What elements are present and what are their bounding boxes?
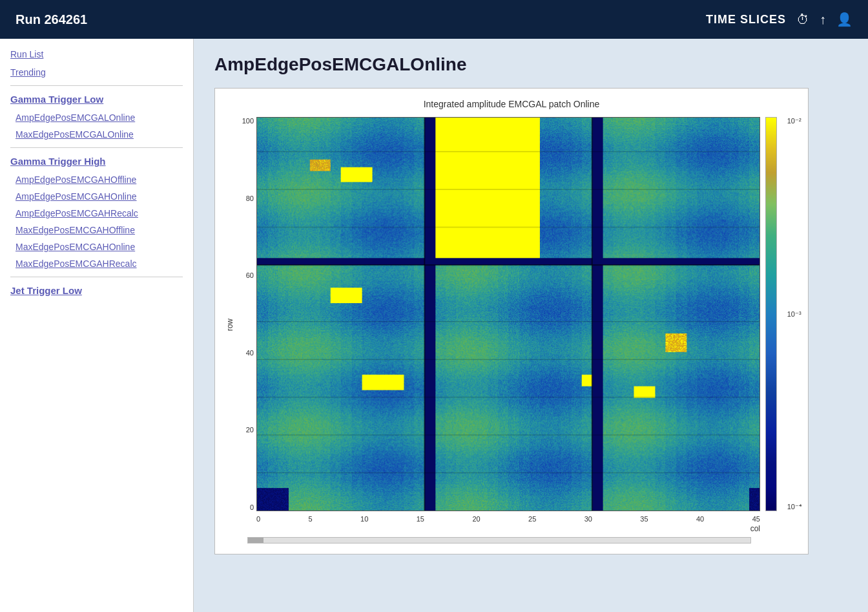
x-tick-45: 45 bbox=[752, 515, 760, 523]
user-icon[interactable]: 👤 bbox=[836, 12, 852, 27]
chart-container: Integrated amplitude EMCGAL patch Online… bbox=[214, 88, 809, 554]
x-tick-30: 30 bbox=[584, 515, 592, 523]
chart-scrollbar[interactable] bbox=[247, 537, 751, 543]
chart-area: row 100 80 60 40 20 0 bbox=[225, 117, 798, 533]
x-axis-label: col bbox=[256, 524, 760, 533]
sidebar-link-max-edge-emcgah-recalc[interactable]: MaxEdgePosEMCGAHRecalc bbox=[10, 259, 183, 269]
time-icon[interactable]: ⏱ bbox=[796, 12, 809, 27]
colorscale-tick-top: 10⁻² bbox=[787, 117, 801, 125]
time-slices-label: TIME SLICES bbox=[706, 13, 786, 26]
y-tick-80: 80 bbox=[237, 195, 254, 202]
colorscale-tick-bot: 10⁻⁴ bbox=[787, 503, 801, 511]
sidebar-link-run-list[interactable]: Run List bbox=[10, 49, 183, 59]
header: Run 264261 TIME SLICES ⏱ ↑ 👤 bbox=[0, 0, 868, 39]
colorscale-wrap: 10⁻² 10⁻³ 10⁻⁴ bbox=[765, 117, 777, 511]
y-axis-label: row bbox=[225, 319, 234, 331]
page-title: AmpEdgePosEMCGALOnline bbox=[214, 54, 847, 75]
x-tick-40: 40 bbox=[696, 515, 704, 523]
sidebar-link-amp-edge-emcgah-offline[interactable]: AmpEdgePosEMCGAHOffline bbox=[10, 174, 183, 185]
y-tick-0: 0 bbox=[237, 503, 254, 511]
run-title: Run 264261 bbox=[16, 12, 87, 27]
layout: Run List Trending Gamma Trigger Low AmpE… bbox=[0, 39, 868, 612]
sidebar: Run List Trending Gamma Trigger Low AmpE… bbox=[0, 39, 194, 612]
sidebar-link-amp-edge-emcgal-online[interactable]: AmpEdgePosEMCGALOnline bbox=[10, 112, 183, 123]
heatmap-wrap: 0 5 10 15 20 25 30 35 40 45 col bbox=[256, 117, 760, 533]
x-tick-5: 5 bbox=[309, 515, 313, 523]
colorscale-ticks: 10⁻² 10⁻³ 10⁻⁴ bbox=[787, 117, 801, 511]
sidebar-section-jet-trigger-low[interactable]: Jet Trigger Low bbox=[10, 285, 183, 296]
y-tick-60: 60 bbox=[237, 271, 254, 279]
y-tick-40: 40 bbox=[237, 349, 254, 357]
x-tick-20: 20 bbox=[472, 515, 480, 523]
sidebar-section-gamma-trigger-high[interactable]: Gamma Trigger High bbox=[10, 156, 183, 167]
main-content: AmpEdgePosEMCGALOnline Integrated amplit… bbox=[194, 39, 868, 612]
sidebar-link-trending[interactable]: Trending bbox=[10, 67, 183, 78]
sidebar-divider-2 bbox=[10, 147, 183, 148]
y-tick-100: 100 bbox=[237, 117, 254, 125]
x-ticks: 0 5 10 15 20 25 30 35 40 45 bbox=[256, 514, 760, 523]
colorscale-bar bbox=[765, 117, 777, 511]
sidebar-link-max-edge-emcgah-online[interactable]: MaxEdgePosEMCGAHOnline bbox=[10, 242, 183, 252]
x-tick-15: 15 bbox=[417, 515, 424, 523]
chart-title: Integrated amplitude EMCGAL patch Online bbox=[225, 99, 798, 109]
x-tick-0: 0 bbox=[256, 515, 260, 523]
sidebar-divider-1 bbox=[10, 85, 183, 86]
x-tick-10: 10 bbox=[360, 515, 368, 523]
header-right: TIME SLICES ⏱ ↑ 👤 bbox=[706, 12, 852, 27]
sidebar-link-max-edge-emcgah-offline[interactable]: MaxEdgePosEMCGAHOffline bbox=[10, 225, 183, 235]
y-ticks: 100 80 60 40 20 0 bbox=[237, 117, 256, 511]
sidebar-link-max-edge-emcgal-online[interactable]: MaxEdgePosEMCGALOnline bbox=[10, 129, 183, 140]
sidebar-link-amp-edge-emcgah-recalc[interactable]: AmpEdgePosEMCGAHRecalc bbox=[10, 208, 183, 218]
chart-with-yaxis: 100 80 60 40 20 0 0 5 10 bbox=[237, 117, 777, 533]
sidebar-divider-3 bbox=[10, 277, 183, 277]
x-tick-25: 25 bbox=[528, 515, 536, 523]
x-tick-35: 35 bbox=[640, 515, 648, 523]
upload-icon[interactable]: ↑ bbox=[820, 12, 826, 27]
heatmap-canvas bbox=[256, 117, 760, 511]
y-tick-20: 20 bbox=[237, 426, 254, 434]
sidebar-link-amp-edge-emcgah-online[interactable]: AmpEdgePosEMCGAHOnline bbox=[10, 191, 183, 202]
colorscale-tick-mid: 10⁻³ bbox=[787, 310, 801, 319]
sidebar-section-gamma-trigger-low[interactable]: Gamma Trigger Low bbox=[10, 94, 183, 105]
